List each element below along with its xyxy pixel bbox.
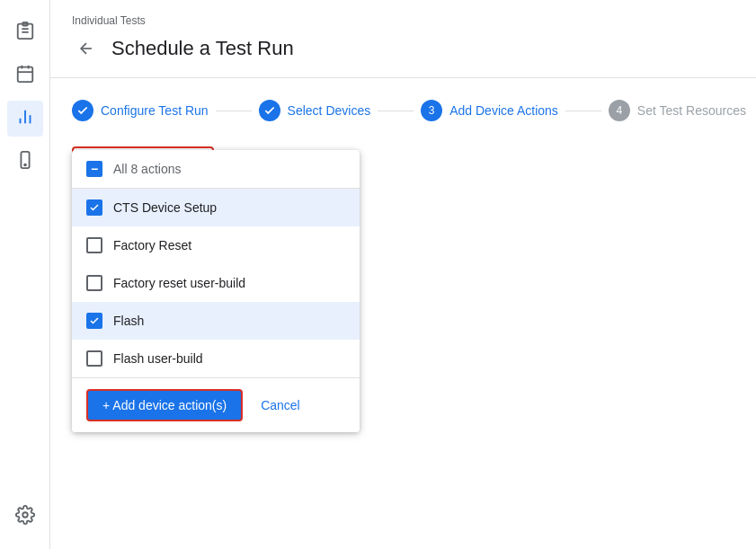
clipboard-icon <box>15 21 35 45</box>
step-label-select-devices: Select Devices <box>288 103 371 118</box>
step-number-4: 4 <box>616 104 622 117</box>
breadcrumb: Individual Tests <box>72 14 734 27</box>
dropdown-item-label-factory-reset: Factory Reset <box>113 238 191 252</box>
dropdown-item-all[interactable]: − All 8 actions <box>72 150 360 189</box>
step-configure: Configure Test Run <box>72 100 209 121</box>
checkbox-factory-reset-user-build[interactable] <box>86 275 102 291</box>
main-content: Individual Tests Schedule a Test Run <box>50 0 756 549</box>
dropdown-item-flash[interactable]: Flash <box>72 302 360 340</box>
dropdown-item-label-flash: Flash <box>113 314 144 328</box>
dropdown-item-cts-device-setup[interactable]: CTS Device Setup <box>72 189 360 226</box>
step-circle-add-device-actions: 3 <box>421 100 442 121</box>
phone-icon <box>15 150 35 174</box>
step-circle-select-devices <box>259 100 280 121</box>
checkbox-cts-device-setup[interactable] <box>86 199 102 216</box>
step-circle-set-test-resources: 4 <box>609 100 630 121</box>
checkbox-factory-reset[interactable] <box>86 237 102 253</box>
sidebar-item-settings[interactable] <box>7 499 43 535</box>
sidebar <box>0 0 50 549</box>
stepper: Configure Test Run Select Devices 3 Add … <box>72 100 734 121</box>
step-add-device-actions: 3 Add Device Actions <box>421 100 558 121</box>
step-set-test-resources: 4 Set Test Resources <box>609 100 746 121</box>
step-number-3: 3 <box>429 104 435 117</box>
cancel-button[interactable]: Cancel <box>253 391 307 420</box>
checkbox-indeterminate-icon: − <box>86 161 102 177</box>
step-connector-2 <box>378 111 414 111</box>
dropdown-item-factory-reset[interactable]: Factory Reset <box>72 226 360 264</box>
sidebar-item-phone[interactable] <box>7 144 43 180</box>
checkbox-flash-user-build[interactable] <box>86 350 102 367</box>
checkbox-unchecked-icon-factory-reset <box>86 237 102 253</box>
sidebar-item-calendar[interactable] <box>7 58 43 93</box>
dropdown-item-label-flash-user-build: Flash user-build <box>113 351 203 366</box>
step-label-configure: Configure Test Run <box>101 103 209 118</box>
sidebar-item-chart[interactable] <box>7 101 43 137</box>
checkbox-checked-icon-flash <box>86 313 102 329</box>
settings-icon <box>15 505 35 529</box>
step-connector-1 <box>216 111 252 111</box>
step-label-set-test-resources: Set Test Resources <box>637 103 746 118</box>
dropdown-footer: + Add device action(s) Cancel <box>72 377 360 432</box>
header: Individual Tests Schedule a Test Run <box>50 0 756 78</box>
sidebar-item-clipboard[interactable] <box>7 14 43 50</box>
step-circle-configure <box>72 100 93 121</box>
svg-point-12 <box>24 164 26 165</box>
step-select-devices: Select Devices <box>259 100 371 121</box>
checkbox-checked-icon-cts <box>86 199 102 216</box>
svg-point-13 <box>22 512 28 518</box>
back-button[interactable] <box>72 34 101 63</box>
page-title: Schedule a Test Run <box>111 37 294 60</box>
confirm-add-actions-button[interactable]: + Add device action(s) <box>86 389 243 421</box>
dropdown-item-label-factory-reset-user-build: Factory reset user-build <box>113 276 245 290</box>
chart-icon <box>15 107 35 131</box>
checkbox-all[interactable]: − <box>86 161 102 177</box>
checkbox-unchecked-icon-factory-reset-user <box>86 275 102 291</box>
checkbox-unchecked-icon-flash-user <box>86 350 102 367</box>
dropdown-item-factory-reset-user-build[interactable]: Factory reset user-build <box>72 264 360 302</box>
step-connector-3 <box>565 111 601 111</box>
dropdown-item-flash-user-build[interactable]: Flash user-build <box>72 340 360 377</box>
checkbox-flash[interactable] <box>86 313 102 329</box>
content-area: Configure Test Run Select Devices 3 Add … <box>50 78 756 549</box>
dropdown-list: − All 8 actions CTS Device Setup <box>72 150 360 377</box>
calendar-icon <box>15 64 35 88</box>
dropdown-item-label-all: All 8 actions <box>113 162 181 176</box>
svg-rect-3 <box>17 66 32 82</box>
dropdown-item-label-cts: CTS Device Setup <box>113 200 217 215</box>
step-label-add-device-actions: Add Device Actions <box>449 103 558 118</box>
dropdown-panel: − All 8 actions CTS Device Setup <box>72 150 360 432</box>
